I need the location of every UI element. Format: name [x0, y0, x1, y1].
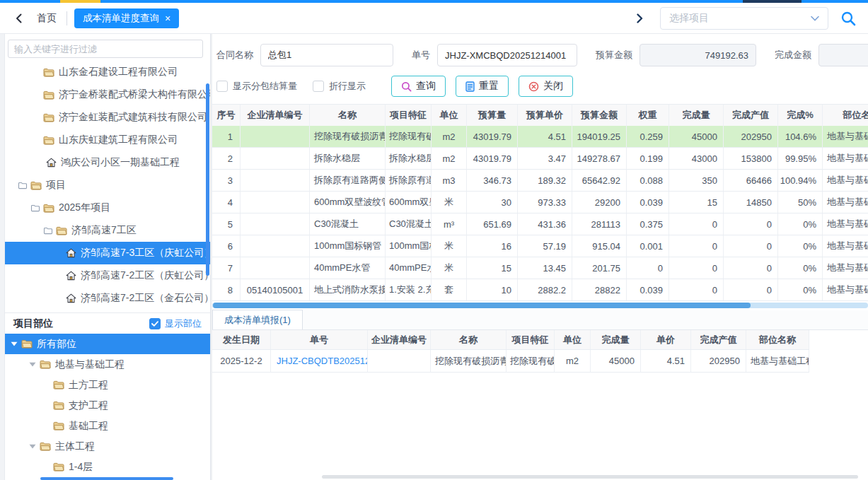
org-tree-item[interactable]: 山东金石建设工程有限公司 [5, 61, 210, 83]
home-tab[interactable]: 首页 [37, 12, 57, 25]
column-header[interactable]: 完成% [778, 105, 823, 126]
parts-tree-item[interactable]: 基础工程 [5, 416, 210, 436]
show-subcontract-toggle[interactable]: 显示分包结算量 [216, 80, 297, 93]
parts-tree-item[interactable]: 支护工程 [5, 395, 210, 416]
caret-down-icon[interactable] [29, 444, 36, 449]
column-header[interactable]: 部位名称 [823, 105, 868, 126]
column-header[interactable]: 名称 [431, 330, 507, 349]
column-header[interactable]: 单位 [432, 105, 467, 126]
main-table-hscrollbar-thumb[interactable] [213, 303, 751, 308]
cost-list-row[interactable]: 740mmPE水管40mmPE水管米1513.45201.750000%地基与基… [212, 257, 868, 279]
cost-fill-table: 发生日期单号企业清单编号名称项目特征单位完成量单价完成产值部位名称 2025-1… [212, 330, 809, 373]
parts-tree: 所有部位地基与基础工程土方工程支护工程基础工程主体工程1-4层5-18层道路施工… [5, 334, 210, 480]
sidebar-vertical-scrollbar[interactable] [206, 83, 209, 276]
close-button[interactable]: 关闭 [519, 76, 573, 97]
cost-fill-tab[interactable]: 成本清单填报(1) [212, 310, 303, 329]
org-tree-item[interactable]: 山东庆虹建筑工程有限公司 [5, 129, 210, 151]
parts-tree-item[interactable]: 地基与基础工程 [5, 354, 210, 375]
tree-filter-input[interactable] [8, 40, 203, 58]
table-cell: 3.47 [518, 148, 572, 169]
expander-icon[interactable] [43, 226, 53, 235]
contract-name-input[interactable] [260, 44, 393, 66]
column-header[interactable]: 单价 [641, 330, 691, 349]
show-subcontract-label: 显示分包结算量 [233, 80, 297, 93]
column-header[interactable]: 预算量 [467, 105, 518, 126]
cost-list-row[interactable]: 6100mm国标钢管100mm国标钢米1657.19915.040.001000… [212, 235, 868, 257]
cost-list-row[interactable]: 5C30混凝土C30混凝土m³651.69431.362811130.37500… [212, 213, 868, 235]
main-table-hscrollbar-track[interactable] [212, 303, 868, 308]
folder-icon [21, 339, 33, 349]
table-cell: 29200 [572, 192, 627, 213]
table-cell: 0.088 [627, 170, 669, 191]
parts-tree-item[interactable]: 土方工程 [5, 375, 210, 395]
tab-close-icon[interactable]: × [165, 13, 170, 23]
forward-chevron-icon[interactable] [632, 11, 647, 26]
org-tree-item[interactable]: 济宁金桥装配式桥梁大构件有限公司 [5, 83, 210, 106]
wrap-lines-checkbox[interactable] [313, 81, 324, 92]
column-header[interactable]: 预算金额 [572, 105, 627, 126]
tree-item-label: 济邹高速7工区 [71, 224, 137, 237]
column-header[interactable]: 名称 [310, 105, 386, 126]
parts-tree-item[interactable]: 1-4层 [5, 457, 210, 477]
column-header[interactable]: 权重 [627, 105, 669, 126]
caret-down-icon[interactable] [11, 341, 18, 346]
column-header[interactable]: 企业清单编号 [241, 105, 310, 126]
column-header[interactable]: 部位名称 [746, 330, 809, 349]
org-tree-item[interactable]: 济邹高速7工区 [5, 219, 210, 242]
show-subcontract-checkbox[interactable] [216, 81, 228, 92]
table-cell: 99.95% [778, 148, 823, 169]
show-parts-checkbox[interactable] [149, 318, 161, 329]
expander-icon[interactable] [30, 204, 40, 212]
table-cell: 202950 [691, 350, 746, 372]
caret-down-icon[interactable] [29, 362, 36, 367]
search-icon[interactable] [840, 10, 857, 27]
cost-list-row[interactable]: 2拆除水稳层拆除水稳层m243019.793.47149278.670.1994… [212, 148, 868, 170]
table-cell: 0.199 [627, 148, 669, 169]
column-header[interactable]: 完成产值 [691, 330, 746, 349]
cost-list-row[interactable]: 3拆除原有道路两侧拆除原有道路m3346.73189.3265642.920.0… [212, 170, 868, 192]
column-header[interactable]: 发生日期 [212, 330, 271, 349]
cost-fill-row[interactable]: 2025-12-2JHJZ-CBQDTB202512挖除现有破损沥青挖除现有破损… [212, 350, 809, 373]
table-cell: 189.32 [518, 170, 572, 191]
query-button[interactable]: 查询 [391, 76, 446, 97]
cost-list-row[interactable]: 4600mm双壁波纹管600mm双壁波米30973.33292000.03915… [212, 192, 868, 213]
cost-list-table-body: 1挖除现有破损沥青挖除现有破损m243019.794.51194019.250.… [212, 126, 868, 301]
column-header[interactable]: 项目特征 [386, 105, 432, 126]
tree-item-label: 山东金石建设工程有限公司 [59, 66, 178, 78]
table-cell [241, 235, 310, 257]
org-tree-item[interactable]: 济邹高速7-2工区（金石公司） [5, 287, 210, 310]
table-cell: 0 [627, 257, 669, 279]
cost-list-row[interactable]: 1挖除现有破损沥青挖除现有破损m243019.794.51194019.250.… [212, 126, 868, 148]
show-parts-toggle[interactable]: 显示部位 [149, 317, 202, 330]
reset-button[interactable]: 重置 [456, 76, 509, 97]
order-no-input[interactable] [437, 44, 577, 66]
org-tree-item[interactable]: 项目 [5, 174, 210, 197]
cost-list-row[interactable]: 805140105001地上式消防水泵接1.安装 2.充水套102882.228… [212, 279, 868, 301]
column-header[interactable]: 单位 [555, 330, 591, 349]
column-header[interactable]: 项目特征 [507, 330, 555, 349]
back-chevron-icon[interactable] [11, 11, 27, 26]
column-header[interactable]: 完成产值 [724, 105, 778, 126]
column-header[interactable]: 单号 [271, 330, 368, 349]
column-header[interactable]: 完成量 [591, 330, 641, 349]
org-tree-item[interactable]: 鸿庆公司小区一期基础工程 [5, 151, 210, 174]
column-header[interactable]: 企业清单编号 [368, 330, 431, 349]
wrap-lines-toggle[interactable]: 折行显示 [313, 80, 366, 93]
parts-tree-item[interactable]: 所有部位 [5, 334, 210, 354]
table-cell: 4.51 [641, 350, 691, 372]
sidebar-horizontal-scrollbar[interactable] [40, 477, 173, 480]
expander-icon[interactable] [18, 181, 28, 189]
folder-icon [53, 421, 64, 431]
active-tab[interactable]: 成本清单进度查询 × [74, 8, 179, 28]
bottom-table-hscrollbar[interactable] [322, 475, 858, 479]
org-tree-item[interactable]: 济邹高速7-3工区（庆虹公司） [5, 242, 210, 264]
org-tree-item[interactable]: 济宁金虹装配式建筑科技有限公司 [5, 106, 210, 129]
column-header[interactable]: 序号 [212, 105, 241, 126]
column-header[interactable]: 预算单价 [518, 105, 572, 126]
parts-tree-item[interactable]: 主体工程 [5, 436, 210, 457]
project-select[interactable]: 选择项目 [660, 7, 828, 30]
org-tree-item[interactable]: 2025年项目 [5, 197, 210, 219]
org-tree-item[interactable]: 济邹高速7-2工区（庆虹公司） [5, 264, 210, 287]
tree-item-label: 济邹高速7-3工区（庆虹公司） [81, 247, 210, 259]
column-header[interactable]: 完成量 [669, 105, 724, 126]
